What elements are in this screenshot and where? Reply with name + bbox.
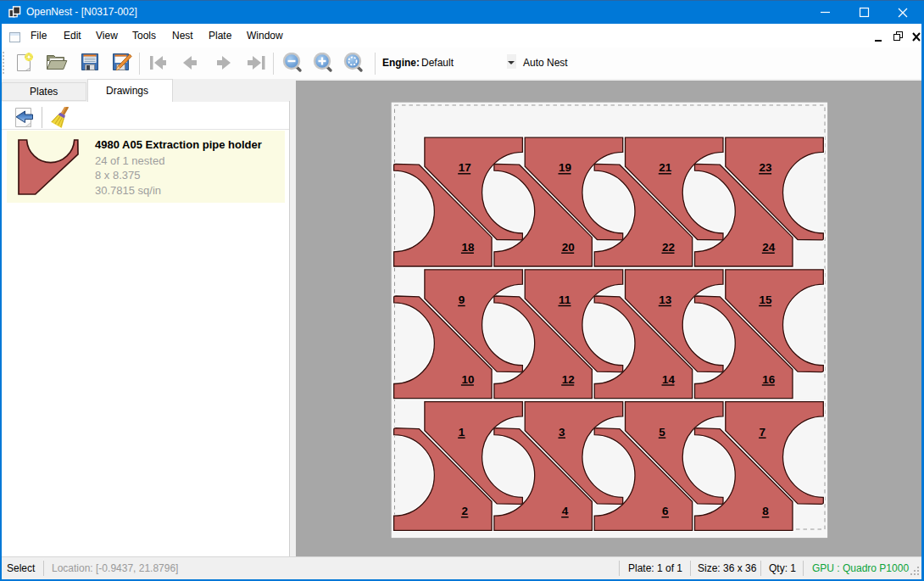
- svg-text:13: 13: [659, 293, 672, 306]
- svg-text:18: 18: [461, 241, 475, 254]
- svg-text:23: 23: [760, 161, 773, 174]
- svg-text:17: 17: [459, 161, 471, 174]
- svg-text:12: 12: [562, 373, 575, 386]
- svg-text:8: 8: [762, 505, 769, 517]
- svg-text:10: 10: [461, 373, 474, 386]
- svg-text:3: 3: [559, 426, 565, 439]
- svg-text:2: 2: [461, 505, 468, 517]
- svg-text:14: 14: [662, 373, 676, 386]
- svg-text:24: 24: [762, 241, 776, 254]
- svg-text:4: 4: [562, 505, 569, 517]
- svg-text:6: 6: [662, 505, 669, 517]
- svg-text:15: 15: [760, 293, 773, 306]
- svg-text:22: 22: [662, 241, 675, 254]
- svg-text:1: 1: [459, 426, 465, 439]
- svg-text:20: 20: [562, 241, 575, 254]
- svg-text:7: 7: [760, 426, 766, 439]
- svg-text:9: 9: [459, 293, 465, 306]
- svg-text:21: 21: [659, 161, 672, 174]
- svg-text:16: 16: [762, 373, 776, 386]
- svg-text:11: 11: [559, 293, 571, 306]
- svg-text:19: 19: [559, 161, 571, 174]
- svg-text:5: 5: [659, 426, 665, 439]
